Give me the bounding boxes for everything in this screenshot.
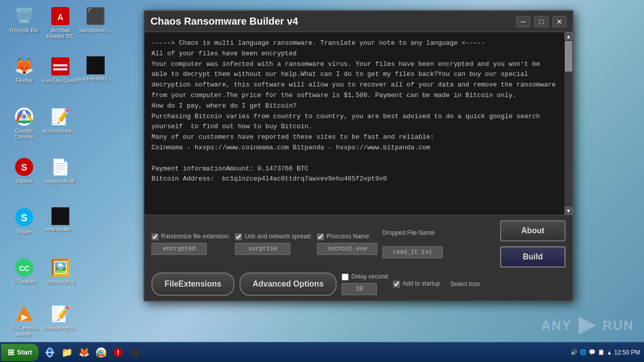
delay-second-input[interactable] bbox=[342, 283, 377, 295]
scroll-up-arrow[interactable]: ▲ bbox=[565, 32, 573, 40]
window-controls: ─ □ ✕ bbox=[516, 16, 567, 27]
scroll-down-arrow[interactable]: ▼ bbox=[565, 207, 573, 215]
add-startup-checkbox-item: Add to startup bbox=[393, 280, 440, 288]
process-name-checkbox[interactable] bbox=[317, 233, 324, 240]
window-title: Chaos Ransomware Builder v4 bbox=[150, 16, 298, 27]
acrobat-icon[interactable]: A AcrobatReader DC bbox=[40, 4, 80, 41]
taskbar-circle-icon[interactable] bbox=[128, 345, 142, 359]
octyour-icon[interactable]: 🖼️ octyour.png bbox=[40, 255, 80, 287]
entirebutto-icon[interactable]: entirebutto... bbox=[40, 205, 80, 234]
suppliesbas-icon[interactable]: suppliesbas.... bbox=[75, 54, 116, 83]
taskbar: ⊞ Start 📁 🦊 ! 🔊 🌐 💬 📋 bbox=[0, 342, 644, 362]
maximize-button[interactable]: □ bbox=[534, 16, 548, 27]
filezilla-icon[interactable]: FileZilla Client bbox=[40, 54, 80, 85]
taskbar-right: 🔊 🌐 💬 📋 ▲ 12:50 PM bbox=[571, 349, 644, 356]
build-button[interactable]: Build bbox=[500, 246, 566, 267]
add-startup-checkbox[interactable] bbox=[393, 281, 400, 288]
svg-marker-19 bbox=[579, 317, 596, 334]
vlc-icon[interactable]: ▶ VLC mediaplayer bbox=[4, 302, 44, 339]
svg-text:A: A bbox=[57, 13, 63, 22]
about-button[interactable]: About bbox=[500, 220, 566, 241]
taskbar-chrome-icon[interactable] bbox=[94, 345, 108, 359]
skype-icon[interactable]: S Skype bbox=[4, 205, 44, 236]
windows-icon: ⊞ bbox=[8, 347, 14, 357]
bottom-controls: Randomize file extension: Usb and networ… bbox=[144, 215, 573, 301]
opera-icon[interactable]: S Opera bbox=[4, 155, 44, 186]
pointsemerg-icon[interactable]: 📝 pointsemerg... bbox=[40, 302, 80, 333]
svg-text:S: S bbox=[21, 212, 27, 223]
usb-spread-input[interactable] bbox=[235, 243, 290, 255]
window-titlebar: Chaos Ransomware Builder v4 ─ □ ✕ bbox=[144, 11, 573, 32]
scrollbar[interactable]: ▲ ▼ bbox=[565, 32, 573, 215]
randomize-ext-input[interactable] bbox=[151, 243, 207, 255]
minimize-button[interactable]: ─ bbox=[516, 16, 530, 27]
delay-second-checkbox[interactable] bbox=[342, 274, 349, 281]
dropped-file-group: Dropped File Name bbox=[382, 229, 443, 258]
anyrun-watermark: ANY RUN bbox=[541, 314, 634, 337]
taskbar-ie-icon[interactable] bbox=[43, 345, 57, 359]
svg-point-9 bbox=[22, 115, 26, 119]
add-startup-group: Add to startup bbox=[393, 280, 440, 288]
svg-point-28 bbox=[131, 348, 140, 357]
svg-rect-4 bbox=[53, 68, 67, 70]
firefox-icon[interactable]: 🦊 Firefox bbox=[4, 54, 44, 85]
ransom-text-content[interactable]: -----> Chaos is multi language ransomwar… bbox=[144, 32, 565, 215]
advanced-options-button[interactable]: Advanced Options bbox=[239, 273, 337, 296]
dropped-file-input[interactable] bbox=[382, 246, 443, 258]
delay-second-checkbox-item: Delay second bbox=[342, 273, 388, 281]
delay-second-group: Delay second bbox=[342, 273, 388, 295]
taskbar-stop-icon[interactable]: ! bbox=[111, 345, 125, 359]
usb-spread-checkbox-item: Usb and network spread: bbox=[235, 233, 311, 241]
svg-rect-3 bbox=[53, 64, 67, 66]
start-button[interactable]: ⊞ Start bbox=[1, 344, 39, 361]
controls-row2: FileExtensions Advanced Options Delay se… bbox=[151, 273, 566, 296]
select-icon-label: Select Icon bbox=[450, 281, 480, 288]
text-scroll-area: -----> Chaos is multi language ransomwar… bbox=[144, 32, 573, 215]
process-name-group: Proccess Name bbox=[317, 233, 377, 255]
scroll-thumb[interactable] bbox=[565, 41, 572, 71]
randomize-ext-checkbox-item: Randomize file extension: bbox=[151, 233, 230, 241]
taskbar-icons: 📁 🦊 ! bbox=[43, 345, 142, 359]
usb-spread-checkbox[interactable] bbox=[235, 233, 242, 240]
applyedit-icon[interactable]: 📄 applyedit.rtf bbox=[40, 155, 80, 186]
svg-text:!: ! bbox=[117, 348, 119, 356]
select-icon-area: Select Icon bbox=[445, 281, 485, 288]
ccleaner-icon[interactable]: CC CCleaner bbox=[4, 255, 44, 287]
close-button[interactable]: ✕ bbox=[552, 16, 567, 27]
svg-text:▶: ▶ bbox=[21, 313, 28, 321]
google-chrome-icon[interactable]: GoogleChrome bbox=[4, 105, 44, 142]
right-buttons: About Build bbox=[500, 220, 566, 267]
randomize-ext-checkbox[interactable] bbox=[151, 233, 158, 240]
taskbar-firefox-icon[interactable]: 🦊 bbox=[77, 345, 91, 359]
svg-text:S: S bbox=[21, 162, 27, 172]
svg-point-25 bbox=[100, 351, 103, 354]
ransomware-window: Chaos Ransomware Builder v4 ─ □ ✕ ----->… bbox=[143, 10, 574, 302]
recycle-bin-icon[interactable]: 🗑️ Recycle Bin bbox=[4, 4, 44, 35]
svg-text:CC: CC bbox=[19, 264, 29, 273]
standpiece-icon[interactable]: ⬛ standpiece.... bbox=[75, 4, 116, 35]
taskbar-time: 12:50 PM bbox=[614, 349, 640, 356]
taskbar-folder-icon[interactable]: 📁 bbox=[60, 345, 74, 359]
process-name-input[interactable] bbox=[317, 243, 377, 255]
file-extensions-button[interactable]: FileExtensions bbox=[151, 273, 234, 296]
controls-row1: Randomize file extension: Usb and networ… bbox=[151, 220, 566, 267]
process-name-checkbox-item: Proccess Name bbox=[317, 233, 377, 241]
randomize-ext-group: Randomize file extension: bbox=[151, 233, 230, 255]
usb-spread-group: Usb and network spread: bbox=[235, 233, 311, 255]
accessories-icon[interactable]: 📝 accessories!... bbox=[40, 105, 80, 136]
